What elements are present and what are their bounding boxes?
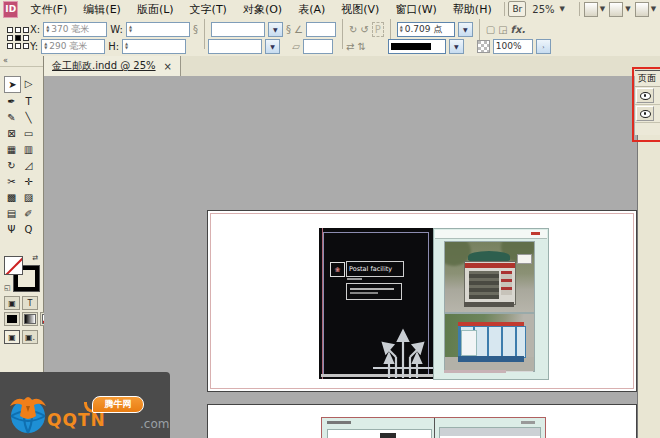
chevron-down-icon[interactable]: ▼ — [265, 39, 280, 54]
inner-layout-frame[interactable] — [321, 417, 546, 438]
photo-layout-frame[interactable] — [433, 228, 549, 380]
content-frame[interactable] — [439, 427, 541, 438]
cover-title-frame[interactable]: Postal facility — [346, 261, 404, 277]
gradient-tool[interactable]: ▩ — [4, 190, 19, 205]
rotate-cw-icon[interactable]: ↻ — [349, 23, 357, 36]
qqtn-watermark: QQTN .com 腾牛网 — [0, 372, 170, 438]
chevron-down-icon[interactable]: ▼ — [625, 5, 630, 13]
menu-help[interactable]: 帮助(H) — [445, 1, 500, 18]
link-scale-icon[interactable]: § — [286, 23, 291, 36]
screen-mode-buttons: ▣ ▣. — [4, 330, 38, 344]
stroke-weight-value: 0.709 点 — [405, 23, 443, 36]
rotate-tool[interactable]: ↻ — [4, 158, 19, 173]
spinner-icon[interactable]: ▲▼ — [46, 25, 49, 33]
chevron-down-icon[interactable]: ▼ — [268, 22, 283, 37]
tools-grid: ➤ ▷ ✒ T ✎ ╲ ⊠ ▭ ▦ ▥ ↻ ◿ ✂ ✛ ▩ ▨ ▤ ✐ Ψ Q — [4, 76, 37, 237]
menu-layout[interactable]: 版面(L) — [129, 1, 182, 18]
hand-tool[interactable]: Ψ — [4, 222, 19, 237]
reference-point-proxy-icon[interactable] — [7, 27, 26, 46]
rotation-angle-input[interactable] — [306, 22, 336, 37]
scale-x-input[interactable] — [211, 22, 265, 37]
pen-tool[interactable]: ✒ — [4, 94, 19, 109]
scale-y-input[interactable] — [208, 39, 262, 54]
menu-edit[interactable]: 编辑(E) — [75, 1, 129, 18]
chevron-down-icon[interactable]: ▼ — [600, 5, 605, 13]
formatting-affects-text-button[interactable]: T — [22, 296, 38, 310]
zoom-tool[interactable]: Q — [21, 222, 36, 237]
divider — [504, 2, 505, 16]
shear-angle-icon: ▱ — [292, 40, 300, 53]
caption-line — [506, 371, 533, 372]
menu-table[interactable]: 表(A) — [290, 1, 333, 18]
spinner-icon[interactable]: ▲▼ — [125, 42, 128, 50]
document-tab[interactable]: 金工邮政.indd @ 25% × — [43, 56, 181, 76]
rotate-ccw-icon[interactable]: ↺ — [360, 23, 368, 36]
flip-vertical-icon[interactable]: ⇅ — [357, 40, 365, 53]
spread-page-2[interactable] — [207, 404, 637, 438]
direct-selection-tool[interactable]: ▷ — [21, 76, 36, 91]
opacity-input[interactable]: 100% — [493, 39, 533, 54]
scissors-tool[interactable]: ✂ — [4, 174, 19, 189]
flip-horizontal-icon[interactable]: ⇄ — [346, 40, 354, 53]
menu-window[interactable]: 窗口(W) — [387, 1, 444, 18]
preview-mode-button[interactable]: ▣. — [22, 330, 38, 344]
selection-tool[interactable]: ➤ — [4, 76, 21, 93]
menu-object[interactable]: 对象(O) — [235, 1, 290, 18]
close-icon[interactable]: × — [164, 61, 172, 72]
position-tool[interactable]: ✛ — [21, 174, 36, 189]
type-tool[interactable]: T — [21, 94, 36, 109]
width-input[interactable]: ▲▼ — [126, 22, 190, 37]
normal-view-mode-button[interactable]: ▣ — [4, 330, 20, 344]
view-options-icon[interactable] — [584, 2, 598, 17]
content-frame[interactable] — [327, 429, 432, 438]
chevron-down-icon[interactable]: ▼ — [651, 5, 656, 13]
chevron-down-icon[interactable]: ▼ — [458, 22, 473, 37]
y-position-input[interactable]: ▲▼ 290 毫米 — [41, 39, 105, 54]
gradient-feather-tool[interactable]: ▨ — [21, 190, 36, 205]
cover-text-frame[interactable] — [346, 283, 402, 300]
newsstand-photo[interactable] — [444, 241, 535, 313]
fill-swatch-none[interactable] — [4, 256, 23, 275]
formatting-affects-container-button[interactable]: ▣ — [4, 296, 20, 310]
spinner-icon[interactable]: ▲▼ — [129, 25, 132, 33]
stroke-weight-input[interactable]: ▲▼ 0.709 点 — [397, 22, 455, 37]
zoom-level-dropdown[interactable]: 25% ▼ — [526, 4, 575, 15]
menu-file[interactable]: 文件(F) — [22, 1, 75, 18]
rectangle-tool[interactable]: ▭ — [21, 126, 36, 141]
spread-page-1[interactable]: ❀ Postal facility — [207, 210, 637, 392]
stroke-type-dropdown[interactable] — [388, 39, 446, 54]
eyedropper-tool[interactable]: ✐ — [21, 206, 36, 221]
apply-color-button[interactable] — [4, 312, 20, 326]
collapse-panel-button[interactable]: « — [0, 56, 43, 67]
shear-angle-input[interactable] — [303, 39, 333, 54]
corner-options-icon[interactable]: ▢ — [486, 23, 495, 36]
blue-kiosk-photo[interactable] — [444, 313, 535, 372]
constrain-link-icon[interactable]: § — [193, 23, 198, 36]
vertical-grid-tool[interactable]: ▥ — [21, 142, 36, 157]
apply-gradient-button[interactable] — [22, 312, 38, 326]
spinner-icon[interactable]: ▲▼ — [400, 25, 403, 33]
chevron-down-icon[interactable]: ▼ — [449, 39, 464, 54]
scale-tool[interactable]: ◿ — [21, 158, 36, 173]
swap-fill-stroke-icon[interactable]: ⇄ — [32, 254, 38, 262]
x-position-input[interactable]: ▲▼ 370 毫米 — [43, 22, 107, 37]
effects-button[interactable]: fx. — [511, 24, 526, 35]
spinner-icon[interactable]: ▲▼ — [44, 42, 47, 50]
arrange-documents-icon[interactable] — [635, 2, 649, 17]
menu-view[interactable]: 视图(V) — [333, 1, 387, 18]
pencil-tool[interactable]: ✎ — [4, 110, 19, 125]
height-input[interactable]: ▲▼ — [122, 39, 186, 54]
horizontal-grid-tool[interactable]: ▦ — [4, 142, 19, 157]
select-container-icon[interactable]: P — [372, 22, 384, 37]
frame-tool[interactable]: ⊠ — [4, 126, 19, 141]
rounded-corner-icon[interactable]: ◲ — [498, 23, 507, 36]
menu-type[interactable]: 文字(T) — [182, 1, 235, 18]
screen-mode-icon[interactable] — [609, 2, 623, 17]
cover-design-frame[interactable]: ❀ Postal facility — [319, 228, 433, 379]
line-tool[interactable]: ╲ — [21, 110, 36, 125]
go-arrow-icon[interactable]: › — [536, 39, 551, 54]
default-swatches-icon[interactable]: ◱ — [4, 284, 11, 292]
note-tool[interactable]: ▤ — [4, 206, 19, 221]
bridge-button[interactable]: Br — [508, 1, 526, 17]
street-sign — [517, 254, 532, 264]
